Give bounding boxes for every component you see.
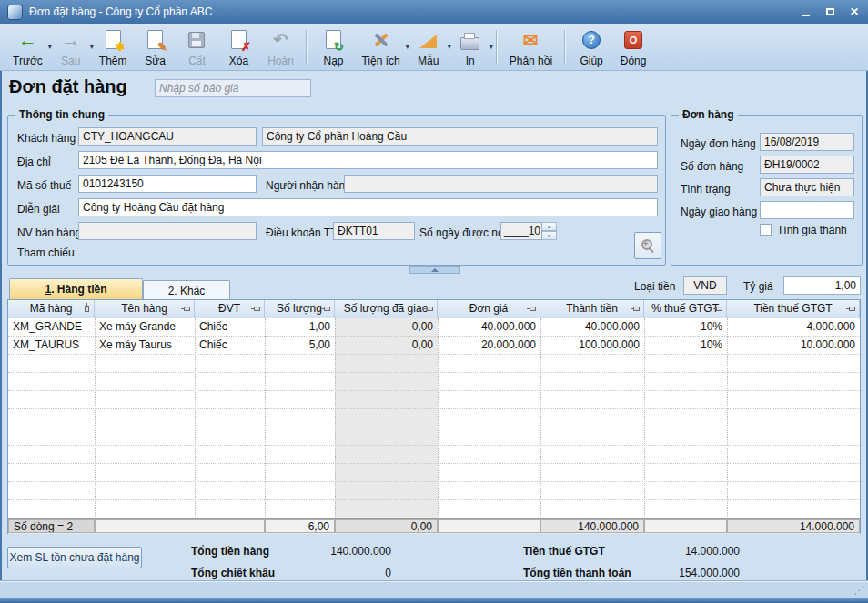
- debt-days-stepper[interactable]: ____10 ▲ ▼: [500, 222, 557, 240]
- pin-icon[interactable]: [184, 307, 190, 311]
- page-title: Đơn đặt hàng: [9, 76, 127, 97]
- feedback-label: Phản hồi: [510, 55, 552, 67]
- grid-cell[interactable]: Xe máy Grande: [95, 318, 195, 337]
- column-header-thanh-tien[interactable]: Thành tiền: [540, 300, 644, 318]
- spin-up-icon[interactable]: ▲: [542, 222, 557, 231]
- utilities-label: Tiện ích: [361, 55, 399, 67]
- edit-label: Sửa: [145, 55, 166, 67]
- debt-days-value[interactable]: ____10: [500, 222, 542, 240]
- grid-cell[interactable]: 10%: [644, 318, 727, 337]
- grid-cell[interactable]: 10.000.000: [727, 337, 860, 355]
- undo-icon: ↶: [268, 28, 292, 51]
- print-label: In: [466, 55, 475, 67]
- customer-code-input[interactable]: CTY_HOANGCAU: [78, 127, 257, 146]
- resize-grip[interactable]: ⋰: [853, 585, 864, 596]
- salesman-label: NV bán hàng: [17, 224, 81, 242]
- summary-empty: [95, 519, 265, 533]
- collapse-splitter[interactable]: [409, 266, 460, 274]
- help-icon: ?: [580, 28, 603, 51]
- close-label: Đóng: [621, 55, 647, 67]
- grid-cell[interactable]: Xe máy Taurus: [95, 337, 195, 355]
- exchange-rate-input[interactable]: 1,00: [783, 276, 861, 295]
- pin-icon[interactable]: [324, 307, 330, 311]
- salesman-input[interactable]: [78, 222, 257, 240]
- refresh-button[interactable]: ↻ Nạp: [312, 25, 354, 69]
- order-date-input[interactable]: 16/08/2019: [760, 133, 854, 151]
- reference-lookup-button[interactable]: +: [634, 232, 661, 259]
- prev-button[interactable]: ← Trước ▾: [5, 25, 50, 69]
- app-icon: [7, 5, 23, 20]
- spin-down-icon[interactable]: ▼: [542, 231, 557, 240]
- edit-button[interactable]: ✎ Sửa: [134, 25, 176, 69]
- add-button[interactable]: ✱ Thêm: [92, 25, 135, 69]
- tab-khac[interactable]: 2. Khác: [143, 280, 230, 299]
- template-button[interactable]: Mẫu ▾: [408, 25, 449, 69]
- description-label: Diễn giải: [17, 200, 60, 218]
- currency-input[interactable]: VND: [683, 276, 727, 295]
- grand-total-value: 154.000.000: [649, 566, 740, 580]
- exchange-rate-label: Tỷ giá: [743, 277, 773, 296]
- maximize-button[interactable]: [823, 5, 836, 18]
- grid-cell[interactable]: 40.000.000: [438, 318, 540, 337]
- view-stock-button[interactable]: Xem SL tồn chưa đặt hàng: [7, 547, 142, 568]
- column-header-ten-hang[interactable]: Tên hàng: [95, 300, 195, 318]
- column-header-thue-gtgt[interactable]: % thuế GTGT: [644, 300, 727, 318]
- pin-icon[interactable]: [633, 307, 640, 311]
- grid-cell[interactable]: XM_GRANDE: [8, 318, 95, 337]
- grid-cell[interactable]: 0,00: [335, 337, 438, 355]
- discount-value: 0: [300, 566, 391, 580]
- tab-hang-tien[interactable]: 1. Hàng tiền: [9, 278, 143, 299]
- column-header-tien-thue-gtgt[interactable]: Tiền thuế GTGT: [727, 300, 860, 318]
- print-button[interactable]: In ▾: [449, 25, 491, 69]
- utilities-button[interactable]: Tiện ích ▾: [354, 25, 407, 69]
- grid-cell[interactable]: 20.000.000: [438, 337, 540, 355]
- pin-icon[interactable]: [530, 307, 536, 311]
- address-input[interactable]: 2105 Đê La Thành, Đống Đa, Hà Nội: [78, 151, 658, 169]
- delivery-date-input[interactable]: [760, 201, 854, 219]
- delete-button[interactable]: ✗ Xóa: [217, 25, 259, 69]
- pin-icon[interactable]: [85, 306, 89, 312]
- customer-name-input[interactable]: Công ty Cổ phần Hoàng Cầu: [262, 127, 658, 146]
- grid-cell[interactable]: 40.000.000: [540, 318, 644, 337]
- discount-label: Tổng chiết khấu: [191, 566, 275, 580]
- costing-checkbox[interactable]: [760, 224, 772, 236]
- order-number-input[interactable]: ĐH19/0002: [760, 156, 854, 174]
- column-header-ma-hang[interactable]: Mã hàng: [8, 300, 95, 318]
- grid-cell[interactable]: 1,00: [265, 318, 335, 337]
- quote-number-input[interactable]: Nhập số báo giá: [155, 79, 311, 97]
- window-title: Đơn đặt hàng - Công ty Cổ phần ABC: [29, 5, 212, 18]
- column-header-so-luong-da-giao[interactable]: Số lượng đã giao: [335, 300, 438, 318]
- pin-icon[interactable]: [849, 307, 855, 311]
- grid-cell[interactable]: 5,00: [265, 337, 335, 355]
- pin-icon[interactable]: [254, 307, 260, 311]
- order-status-input[interactable]: Chưa thực hiện: [760, 178, 854, 196]
- tax-code-input[interactable]: 0101243150: [78, 175, 257, 193]
- dropdown-caret-icon[interactable]: ▾: [490, 43, 493, 51]
- save-button[interactable]: Cất: [176, 25, 217, 69]
- feedback-button[interactable]: ✉ Phản hồi: [502, 25, 560, 69]
- column-header-don-gia[interactable]: Đơn giá: [438, 300, 540, 318]
- grid-cell[interactable]: 10%: [644, 337, 727, 355]
- receiver-input[interactable]: [344, 175, 658, 193]
- grid-cell[interactable]: Chiếc: [195, 337, 265, 355]
- customer-label: Khách hàng: [17, 129, 76, 147]
- grid-cell[interactable]: Chiếc: [195, 318, 265, 337]
- next-button[interactable]: → Sau ▾: [50, 25, 92, 69]
- column-header-dvt[interactable]: ĐVT: [195, 300, 265, 318]
- grid-cell[interactable]: XM_TAURUS: [8, 337, 95, 355]
- payment-term-input[interactable]: ĐKTT01: [333, 222, 415, 240]
- grid-cell[interactable]: 4.000.000: [727, 318, 860, 337]
- help-button[interactable]: ? Giúp: [570, 25, 612, 69]
- minimize-button[interactable]: [799, 5, 812, 18]
- close-button[interactable]: O Đóng: [612, 25, 654, 69]
- column-header-so-luong[interactable]: Số lượng: [265, 300, 335, 318]
- next-label: Sau: [61, 55, 80, 67]
- description-input[interactable]: Công ty Hoàng Cầu đặt hàng: [78, 198, 658, 216]
- pin-icon[interactable]: [716, 307, 722, 311]
- grid-cell[interactable]: 100.000.000: [540, 337, 644, 355]
- close-window-button[interactable]: ✕: [848, 5, 861, 18]
- undo-button[interactable]: ↶ Hoàn: [259, 25, 301, 69]
- receiver-label: Người nhận hàng: [266, 176, 351, 195]
- pin-icon[interactable]: [427, 307, 433, 311]
- grid-cell[interactable]: 0,00: [335, 318, 438, 337]
